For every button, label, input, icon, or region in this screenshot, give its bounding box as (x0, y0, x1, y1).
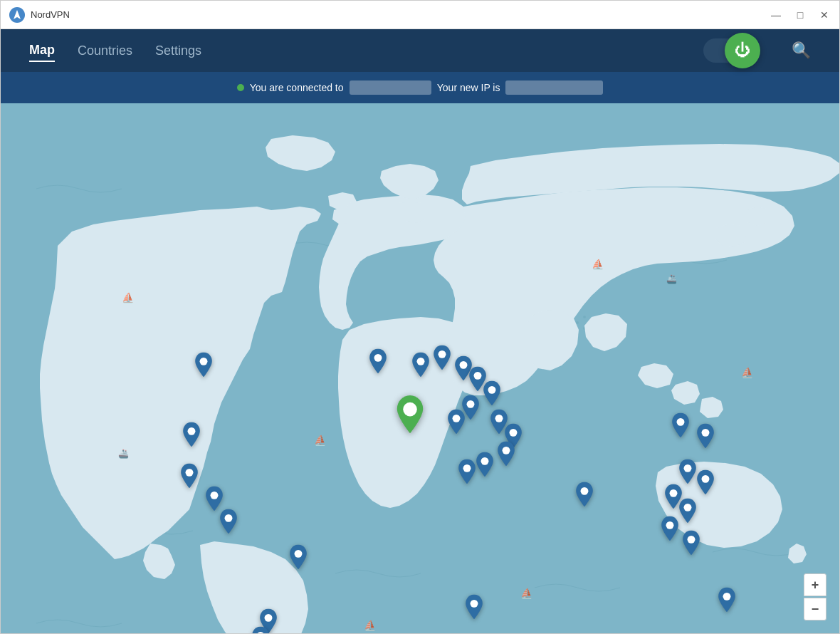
map-pin[interactable] (464, 595, 484, 623)
map-pin[interactable] (219, 509, 238, 538)
svg-point-4 (583, 316, 586, 318)
map-pin[interactable] (717, 588, 737, 616)
svg-point-43 (688, 536, 695, 544)
svg-point-33 (481, 457, 489, 465)
svg-point-47 (403, 402, 417, 417)
svg-point-20 (265, 614, 273, 622)
map-pin[interactable] (660, 516, 680, 545)
svg-point-37 (702, 429, 710, 437)
svg-point-44 (581, 487, 589, 495)
svg-point-15 (188, 427, 196, 435)
map-pin[interactable] (411, 353, 431, 381)
close-button[interactable]: ✕ (818, 9, 831, 21)
zoom-in-button[interactable]: + (804, 573, 826, 596)
svg-point-27 (488, 386, 496, 394)
nav-map[interactable]: Map (29, 40, 55, 62)
svg-point-34 (463, 464, 471, 472)
svg-point-39 (702, 475, 710, 483)
maximize-button[interactable]: □ (794, 9, 807, 21)
map-pin[interactable] (475, 452, 495, 481)
svg-point-17 (211, 492, 219, 499)
map-pin[interactable] (574, 482, 594, 511)
power-toggle[interactable]: ⏻ (703, 38, 755, 63)
svg-point-14 (200, 358, 208, 365)
svg-point-30 (495, 415, 503, 422)
map-pin[interactable] (179, 464, 199, 492)
svg-point-16 (186, 469, 194, 477)
ip-label: Your new IP is (437, 82, 500, 93)
svg-point-19 (295, 550, 303, 558)
svg-point-25 (460, 361, 468, 369)
map-pin[interactable] (432, 345, 452, 374)
server-name: ██████████ (350, 80, 431, 95)
map-pin[interactable] (681, 531, 701, 559)
nordvpn-logo-icon (9, 7, 25, 23)
nav-countries[interactable]: Countries (78, 41, 132, 61)
svg-point-41 (684, 504, 692, 511)
svg-point-31 (510, 429, 518, 437)
map-pin[interactable] (182, 422, 201, 451)
svg-point-26 (474, 372, 482, 380)
ip-value: ███ ██ ███ ███ (505, 80, 603, 95)
svg-point-36 (677, 418, 685, 426)
svg-point-40 (670, 489, 678, 497)
power-icon: ⏻ (735, 43, 750, 58)
svg-point-3 (576, 321, 579, 324)
titlebar: NordVPN — □ ✕ (1, 1, 839, 29)
map-pin[interactable] (678, 499, 698, 527)
svg-point-38 (684, 464, 692, 472)
connection-status-dot (237, 84, 244, 91)
svg-point-28 (467, 400, 475, 408)
zoom-out-button[interactable]: − (804, 598, 826, 620)
nav-settings[interactable]: Settings (155, 41, 201, 61)
power-button[interactable]: ⏻ (725, 33, 760, 68)
map-container[interactable]: ⛵ ⛵ ⛵ ⛵ ⛵ ⛵ 🚢 🚢 ⛵ (1, 103, 840, 634)
statusbar: You are connected to ██████████ Your new… (1, 72, 839, 103)
active-map-pin[interactable] (395, 395, 425, 438)
map-pin[interactable] (368, 349, 388, 378)
app-title: NordVPN (31, 9, 70, 20)
map-pin[interactable] (457, 459, 477, 488)
map-pin[interactable] (194, 353, 214, 381)
map-pin[interactable] (482, 381, 502, 410)
navbar: Map Countries Settings ⏻ 🔍 (1, 29, 839, 72)
svg-point-35 (471, 600, 478, 608)
app-logo: NordVPN (9, 7, 70, 23)
map-pin[interactable] (446, 410, 466, 438)
svg-point-29 (453, 415, 461, 422)
zoom-controls: + − (804, 573, 826, 620)
map-pin[interactable] (695, 424, 715, 452)
map-pin[interactable] (671, 413, 691, 442)
map-pin[interactable] (496, 442, 516, 470)
map-pin[interactable] (251, 627, 271, 634)
connected-text: You are connected to (250, 82, 344, 93)
window-controls: — □ ✕ (770, 9, 831, 21)
svg-point-42 (666, 521, 674, 529)
svg-point-23 (417, 358, 425, 365)
svg-point-18 (225, 514, 233, 522)
map-pin[interactable] (695, 470, 715, 499)
svg-point-32 (503, 447, 510, 454)
svg-point-45 (723, 593, 731, 601)
minimize-button[interactable]: — (770, 9, 782, 21)
svg-point-24 (439, 350, 446, 358)
map-pin[interactable] (288, 545, 308, 573)
svg-point-22 (374, 354, 382, 362)
search-icon[interactable]: 🔍 (792, 41, 811, 60)
